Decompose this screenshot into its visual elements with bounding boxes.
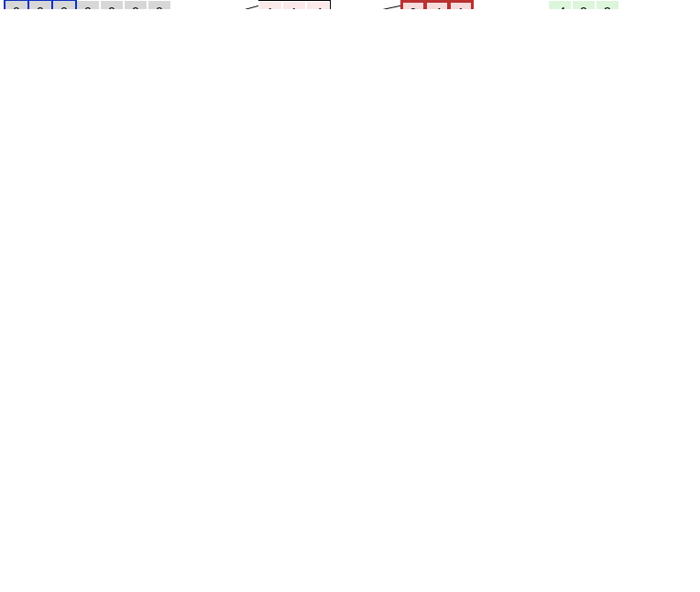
w0-column: 11-1 00-1 11-1 w0[:,:,1] 100 10-1 -11-1 … [258,0,347,9]
output-column: -423 -135 163 o[:,:,1] -7-3-5 -90-1 -9-6… [548,0,619,9]
x-cell: 0 [148,0,171,9]
x-cell: 0 [28,0,52,9]
input-column: 0000000 0221120 0202010 0101110 0102100 … [5,0,171,9]
w0-cell: 1 [282,1,306,9]
x-cell: 0 [124,0,148,9]
w1-cell: -1 [425,1,449,9]
w0-slice-0: 11-1 00-1 11-1 [258,0,331,9]
x-cell: 0 [100,0,124,9]
w1-slice-0: 0-11 00-1 101 [401,0,473,9]
x-cell: 0 [5,0,28,9]
w1-cell: 0 [401,1,425,9]
w1-column: 0-11 00-1 101 w1[:,:,1] 1-1-1 1-11 0-10 … [401,0,490,9]
x-cell: 0 [52,0,76,9]
w0-cell: -1 [306,1,330,9]
o-cell: -4 [548,0,572,9]
o-cell: 3 [596,0,619,9]
x-cell: 0 [76,0,100,9]
o-cell: 2 [572,0,596,9]
output-slice-0: -423 -135 163 [548,0,619,9]
input-slice-0: 0000000 0221120 0202010 0101110 0102100 … [5,0,171,9]
w1-cell: 1 [449,1,473,9]
w0-cell: 1 [258,1,282,9]
